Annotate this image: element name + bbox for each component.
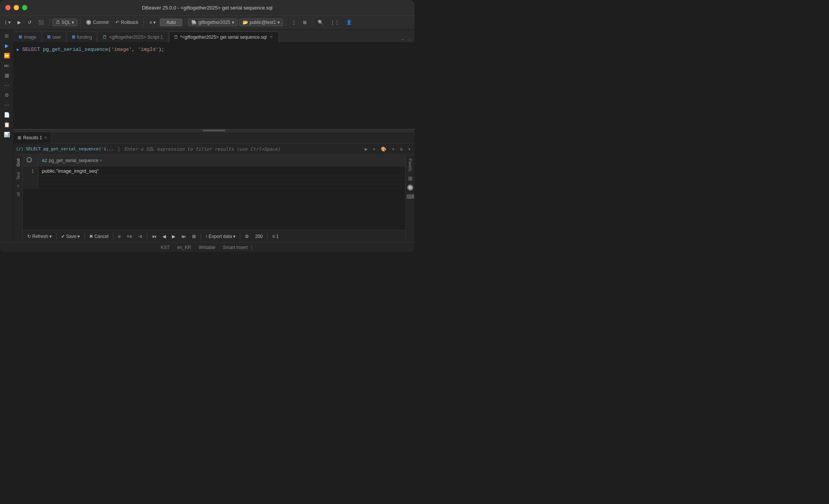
panels-label[interactable]: Panels [407, 156, 414, 174]
add-row-button[interactable]: +≡ [125, 233, 134, 240]
results-tab-1[interactable]: ⊞ Results 1 ✕ [14, 132, 51, 143]
restore-panel-button[interactable]: □ [407, 37, 412, 42]
stop-button[interactable]: ⬛ [36, 19, 47, 26]
sidebar-icon-5[interactable]: ▦ [2, 71, 12, 80]
sidebar-icon-1[interactable]: ⊞ [2, 31, 12, 40]
timezone-status: KST [161, 245, 169, 250]
commit-icon: 🔘 [86, 20, 91, 25]
tab-funding[interactable]: ⊞ funding [67, 32, 97, 42]
more-options-button[interactable]: ⋮ [289, 19, 299, 26]
conn-dropdown-icon: ▾ [232, 20, 234, 25]
grid-view-tabs: Grid Text ≈ rd [14, 155, 23, 242]
sidebar-icon-4[interactable]: ⏭ [2, 61, 12, 70]
tab-user-label: user [52, 35, 61, 40]
tab-script1-label: <giftogether2025> Script-1 [109, 35, 163, 40]
view-toggle-button[interactable]: ⊞ [300, 19, 309, 26]
toolbar-separator-3 [143, 19, 144, 26]
sidebar-icon-11[interactable]: 📊 [2, 130, 12, 139]
grid-panel-button[interactable]: ⊞ [407, 174, 414, 183]
schema-icon: 📂 [243, 20, 248, 25]
refresh-icon: ↻ [27, 234, 31, 239]
keyboard-panel-button[interactable]: ⌨ [405, 192, 415, 201]
menu-button[interactable]: ⋮⋮ [328, 19, 342, 26]
auto-commit-button[interactable]: Auto [160, 19, 182, 26]
format-rows-button[interactable]: ≡ [116, 233, 123, 240]
col-pg-get-serial-sequence[interactable]: AZ pg_get_serial_sequence ▾ [38, 155, 405, 166]
profile-button[interactable]: 👤 [344, 19, 355, 26]
delete-row-button[interactable]: -≡ [136, 233, 145, 240]
sql-editor[interactable]: ▶ SELECT pg_get_serial_sequence ( 'image… [14, 43, 414, 129]
tab-getserial[interactable]: 🗒 *<giftogether2025> get serial sequence… [169, 32, 279, 42]
grid-tab[interactable]: Grid [15, 156, 22, 169]
minimize-button[interactable] [14, 5, 19, 10]
rollback-label: Rollback [121, 20, 138, 25]
cancel-icon: ✖ [89, 234, 93, 239]
schema-selector[interactable]: 📂 public@test1 ▾ [239, 19, 284, 26]
filter-more-button[interactable]: ▾ [407, 146, 412, 153]
filter-sort-button[interactable]: ⇅ [399, 146, 404, 153]
settings-button[interactable]: ⚙ [243, 233, 251, 240]
sql-mode-button[interactable]: 🗒 SQL ▾ [52, 19, 77, 26]
search-button[interactable]: 🔍 [315, 19, 326, 26]
nav-back-button[interactable]: ⟨ ▾ [2, 19, 13, 26]
grid-view-icon: ⊞ [303, 20, 307, 25]
panel-splitter[interactable] [14, 129, 414, 132]
cancel-button[interactable]: ✖ Cancel [87, 233, 110, 240]
save-button[interactable]: ✔ Save ▾ [59, 233, 82, 240]
insert-mode-value: Smart Insert [223, 245, 247, 250]
results-tabs-bar: ⊞ Results 1 ✕ [14, 132, 414, 143]
save-icon: ✔ [61, 234, 65, 239]
sidebar-icon-3[interactable]: ⏩ [2, 51, 12, 60]
tab-user[interactable]: ⊞ user [42, 32, 66, 42]
last-page-button[interactable]: ⏭ [179, 233, 188, 240]
extra-tab-1[interactable]: ≈ [15, 183, 22, 189]
filter-run-button[interactable]: ▶ [363, 146, 369, 153]
bottom-sep-2 [84, 233, 85, 239]
connection-selector[interactable]: 🐘 giftogether2025 ▾ [188, 19, 237, 26]
sidebar-icon-7[interactable]: ⚙ [2, 90, 12, 99]
sidebar-icon-10[interactable]: 📋 [2, 120, 12, 129]
filter-dropdown-button[interactable]: ▾ [371, 146, 377, 153]
results-tab-close[interactable]: ✕ [44, 135, 47, 140]
close-button[interactable] [5, 5, 11, 10]
commit-button[interactable]: 🔘 Commit [83, 19, 111, 26]
sql-label: SQL [61, 20, 71, 25]
filter-bar: ⟨/⟩ SELECT pg_get_serial_sequence('i... … [14, 143, 414, 155]
extra-tab-2[interactable]: rd [15, 190, 22, 198]
tab-image[interactable]: ⊞ image [14, 32, 41, 42]
minimize-panel-button[interactable]: ─ [400, 37, 405, 42]
format-button[interactable]: ≡ ▾ [147, 19, 158, 26]
data-grid[interactable]: AZ pg_get_serial_sequence ▾ 1 [23, 155, 405, 230]
filter-input[interactable] [124, 146, 361, 152]
count-button[interactable]: ⊞ [190, 233, 198, 240]
sidebar-icon-6[interactable]: ⋯ [2, 80, 12, 90]
run-button[interactable]: ▶ [15, 19, 24, 26]
run-script-button[interactable]: ↺ [25, 19, 34, 26]
next-page-button[interactable]: ▶ [170, 233, 178, 240]
filter-sql-preview: SELECT pg_get_serial_sequence('i... [26, 146, 114, 151]
filter-options-button[interactable]: ▾ [390, 146, 396, 153]
sidebar-icon-8[interactable]: ⋯ [2, 100, 12, 109]
insert-mode-menu[interactable]: ⋮ [249, 245, 254, 250]
grid-area: Grid Text ≈ rd [14, 155, 414, 242]
writable-value: Writable [199, 245, 215, 250]
first-page-button[interactable]: ⏮ [150, 233, 159, 240]
tab-close-button[interactable]: ✕ [269, 35, 274, 40]
sidebar-icon-9[interactable]: 📄 [2, 110, 12, 119]
tab-script1[interactable]: 🗒 <giftogether2025> Script-1 [98, 32, 168, 42]
rollback-button[interactable]: ↶ Rollback [113, 19, 141, 26]
db-icon: 🐘 [191, 20, 197, 25]
prev-page-button[interactable]: ◀ [160, 233, 168, 240]
filter-clear-button[interactable]: 🎨 [379, 146, 388, 153]
count-display: ≡ 1 [270, 233, 281, 240]
export-button[interactable]: ↑ Export data ▾ [203, 233, 238, 240]
maximize-button[interactable] [22, 5, 27, 10]
delete-row-icon: -≡ [138, 234, 142, 239]
toolbar-separator-5 [286, 19, 286, 26]
text-tab[interactable]: Text [15, 170, 22, 182]
refresh-button[interactable]: ↻ Refresh ▾ [25, 233, 54, 240]
export-dropdown-icon: ▾ [233, 234, 235, 239]
circle-panel-button[interactable]: 🔘 [405, 183, 414, 192]
sidebar-icon-2[interactable]: ▶ [2, 41, 12, 50]
table-row[interactable]: 1 public."image_imgId_seq" [23, 166, 405, 176]
